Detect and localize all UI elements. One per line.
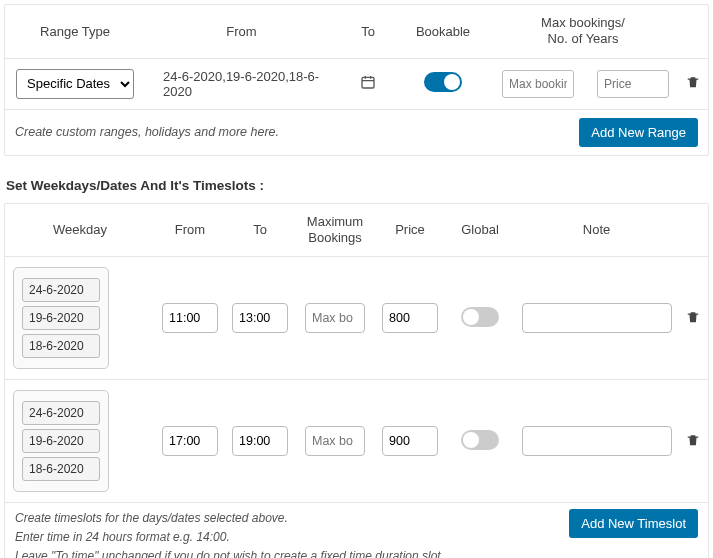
ts-header-to: To [225, 204, 295, 257]
ranges-panel: Range Type From To Bookable Max bookings… [4, 4, 709, 156]
range-from-text: 24-6-2020,19-6-2020,18-6-2020 [163, 69, 319, 99]
hint-line: Create timeslots for the days/dates sele… [15, 509, 559, 528]
max-booking-input[interactable] [502, 70, 574, 98]
ranges-table: Range Type From To Bookable Max bookings… [5, 5, 708, 109]
trash-icon[interactable] [686, 310, 700, 327]
timeslot-row: 24-6-202019-6-202018-6-2020 [5, 257, 708, 380]
timeslot-note-input[interactable] [522, 303, 672, 333]
ts-header-from: From [155, 204, 225, 257]
price-input[interactable] [597, 70, 669, 98]
timeslots-panel: Weekday From To Maximum Bookings Price G… [4, 203, 709, 559]
timeslot-row: 24-6-202019-6-202018-6-2020 [5, 380, 708, 503]
range-row: Specific Dates 24-6-2020,19-6-2020,18-6-… [5, 58, 708, 109]
ranges-header-max: Max bookings/ No. of Years [488, 5, 678, 58]
weekday-chip-box: 24-6-202019-6-202018-6-2020 [13, 267, 109, 369]
ranges-hint: Create custom ranges, holidays and more … [15, 125, 569, 139]
timeslot-from-input[interactable] [162, 426, 218, 456]
hint-line: Leave "To time" unchanged if you do not … [15, 547, 559, 558]
calendar-icon[interactable] [360, 74, 376, 93]
ts-header-note: Note [515, 204, 678, 257]
global-toggle[interactable] [461, 430, 499, 450]
date-chip[interactable]: 18-6-2020 [22, 334, 100, 358]
timeslot-to-input[interactable] [232, 426, 288, 456]
date-chip[interactable]: 24-6-2020 [22, 401, 100, 425]
ranges-header-from: From [145, 5, 338, 58]
hint-line: Enter time in 24 hours format e.g. 14:00… [15, 528, 559, 547]
timeslots-table: Weekday From To Maximum Bookings Price G… [5, 204, 708, 503]
bookable-toggle[interactable] [424, 72, 462, 92]
timeslot-note-input[interactable] [522, 426, 672, 456]
date-chip[interactable]: 18-6-2020 [22, 457, 100, 481]
timeslot-max-input[interactable] [305, 303, 365, 333]
ts-header-price: Price [375, 204, 445, 257]
trash-icon[interactable] [686, 433, 700, 450]
date-chip[interactable]: 19-6-2020 [22, 306, 100, 330]
range-type-select[interactable]: Specific Dates [16, 69, 134, 99]
timeslot-max-input[interactable] [305, 426, 365, 456]
date-chip[interactable]: 19-6-2020 [22, 429, 100, 453]
ts-header-max: Maximum Bookings [295, 204, 375, 257]
trash-icon[interactable] [686, 75, 700, 92]
ts-header-global: Global [445, 204, 515, 257]
timeslot-hints: Create timeslots for the days/dates sele… [15, 509, 559, 558]
ranges-header-bookable: Bookable [398, 5, 488, 58]
date-chip[interactable]: 24-6-2020 [22, 278, 100, 302]
global-toggle[interactable] [461, 307, 499, 327]
timeslot-from-input[interactable] [162, 303, 218, 333]
add-range-button[interactable]: Add New Range [579, 118, 698, 147]
weekday-chip-box: 24-6-202019-6-202018-6-2020 [13, 390, 109, 492]
svg-rect-0 [362, 77, 374, 88]
ranges-header-type: Range Type [5, 5, 145, 58]
ranges-header-to: To [338, 5, 398, 58]
add-timeslot-button[interactable]: Add New Timeslot [569, 509, 698, 538]
ts-header-weekday: Weekday [5, 204, 155, 257]
timeslot-to-input[interactable] [232, 303, 288, 333]
timeslot-price-input[interactable] [382, 426, 438, 456]
section-title: Set Weekdays/Dates And It's Timeslots : [4, 174, 709, 203]
timeslot-price-input[interactable] [382, 303, 438, 333]
